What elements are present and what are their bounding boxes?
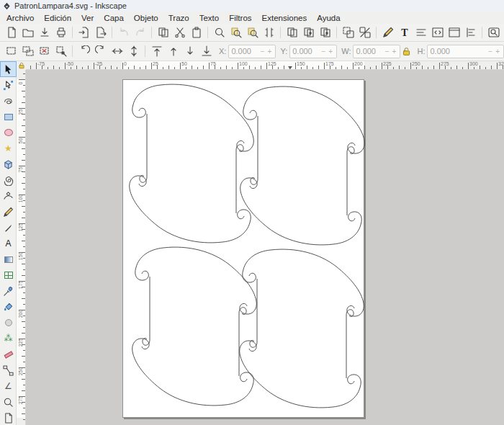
rotate-cw-button[interactable] [92, 43, 109, 59]
pattern-piece[interactable] [240, 86, 365, 245]
tool-node-editor[interactable] [0, 77, 17, 93]
ungroup-button[interactable] [356, 24, 373, 40]
spinner-plus-button[interactable]: + [494, 48, 501, 55]
ruler-tick [23, 73, 25, 74]
menu-filtros[interactable]: Filtros [224, 13, 256, 23]
tool-pencil[interactable] [0, 204, 17, 220]
duplicate-button[interactable] [284, 24, 300, 40]
h-coordinate-input[interactable]: 0.000−+ [427, 45, 504, 58]
menu-edicion[interactable]: Edición [39, 13, 76, 23]
menu-texto[interactable]: Texto [194, 13, 225, 23]
spinner-plus-button[interactable]: + [266, 48, 274, 55]
tool-measure[interactable]: ∠ [0, 378, 17, 394]
layers-dialog-button[interactable] [413, 24, 429, 40]
tool-text[interactable]: A [0, 236, 17, 251]
flip-vertical-icon [128, 45, 140, 57]
print-button[interactable] [53, 24, 69, 40]
menu-extensiones[interactable]: Extensiones [257, 13, 312, 23]
zoom-selection-button[interactable] [211, 24, 228, 40]
tool-zoom[interactable] [0, 394, 17, 410]
spinner-plus-button[interactable]: + [327, 48, 334, 55]
copy-button[interactable] [155, 24, 171, 40]
unlink-clone-button[interactable] [317, 24, 333, 40]
align-distribute-button[interactable] [462, 24, 479, 40]
flip-vertical-button[interactable] [125, 43, 142, 59]
y-coordinate-input[interactable]: 0.000−+ [289, 45, 337, 58]
spinner-minus-button[interactable]: − [384, 48, 391, 55]
tool-dropper[interactable] [0, 283, 17, 299]
deselect-button[interactable] [36, 43, 53, 59]
tool-shape-builder[interactable] [0, 93, 17, 109]
select-all-layers-button[interactable] [19, 43, 36, 59]
select-all-button[interactable] [3, 43, 19, 59]
ruler-tick [22, 356, 25, 357]
tool-pen[interactable] [0, 188, 17, 204]
w-coordinate-input[interactable]: 0.000−+ [353, 45, 400, 58]
menu-archivo[interactable]: Archivo [1, 13, 39, 23]
tool-selector[interactable] [0, 61, 17, 77]
x-coordinate-input[interactable]: 0.000−+ [228, 45, 276, 58]
selection-touch-button[interactable] [53, 43, 69, 59]
tool-rectangle[interactable] [0, 109, 17, 125]
tool-calligraphy[interactable] [0, 220, 17, 236]
ruler-tick [163, 67, 163, 69]
group-button[interactable] [340, 24, 356, 40]
raise-to-top-button[interactable] [148, 43, 165, 59]
lower-button[interactable] [181, 43, 198, 59]
tool-spiral[interactable] [0, 172, 17, 188]
tool-star[interactable]: ★ [0, 140, 17, 156]
guide-lock-toggle[interactable] [17, 61, 26, 70]
pattern-piece[interactable] [240, 249, 364, 408]
menu-ver[interactable]: Ver [76, 13, 99, 23]
zoom-drawing-button[interactable] [228, 24, 244, 40]
spinner-minus-button[interactable]: − [320, 48, 328, 55]
tool-connector[interactable] [0, 362, 17, 378]
tool-gradient[interactable] [0, 251, 17, 267]
text-dialog-button[interactable] [396, 24, 413, 40]
tool-eraser[interactable] [0, 346, 17, 362]
lock-ratio-toggle[interactable] [402, 47, 411, 56]
import-button[interactable] [76, 24, 92, 40]
export-button[interactable] [92, 24, 109, 40]
horizontal-ruler[interactable]: -75-50-250255075100125150175200225250275… [26, 61, 504, 70]
tool-spray[interactable]: ⁂ [0, 331, 17, 346]
menu-trazo[interactable]: Trazo [163, 13, 194, 23]
flip-horizontal-button[interactable] [109, 43, 125, 59]
tool-box-3d[interactable] [0, 156, 17, 172]
menu-objeto[interactable]: Objeto [129, 13, 163, 23]
ruler-tick [456, 66, 457, 69]
cut-button[interactable] [171, 24, 188, 40]
menu-capa[interactable]: Capa [99, 13, 129, 23]
save-document-button[interactable] [36, 24, 53, 40]
raise-button[interactable] [165, 43, 181, 59]
tool-page[interactable] [0, 410, 17, 425]
lower-to-bottom-button[interactable] [198, 43, 215, 59]
spinner-plus-button[interactable]: + [391, 48, 398, 55]
rotate-ccw-button[interactable] [76, 43, 92, 59]
spinner-minus-button[interactable]: − [487, 48, 494, 55]
tool-ellipse[interactable] [0, 125, 17, 140]
spinner-minus-button[interactable]: − [259, 48, 266, 55]
rotate-cw-icon [95, 45, 107, 57]
ruler-label: 175 [18, 278, 23, 292]
paste-button[interactable] [188, 24, 204, 40]
create-clone-button[interactable] [300, 24, 317, 40]
pattern-piece[interactable] [132, 247, 257, 406]
zoom-page-button[interactable] [244, 24, 261, 40]
document-properties-button[interactable] [446, 24, 462, 40]
fill-stroke-dialog-button[interactable] [379, 24, 396, 40]
tool-paint-bucket[interactable] [0, 299, 17, 315]
vertical-ruler[interactable]: 0255075100125150175200225250275 [17, 70, 26, 425]
tool-mesh-gradient[interactable] [0, 267, 17, 283]
find-button[interactable] [485, 24, 502, 40]
menu-ayuda[interactable]: Ayuda [312, 13, 345, 23]
ruler-tick [23, 246, 25, 247]
tool-tweak[interactable] [0, 315, 17, 331]
ruler-label: 175 [325, 61, 334, 66]
canvas[interactable] [26, 70, 504, 425]
xml-editor-button[interactable] [429, 24, 446, 40]
pattern-piece[interactable] [130, 84, 254, 243]
open-document-button[interactable] [19, 24, 36, 40]
selection-bounds-button[interactable] [261, 24, 277, 40]
new-document-button[interactable] [3, 24, 19, 40]
